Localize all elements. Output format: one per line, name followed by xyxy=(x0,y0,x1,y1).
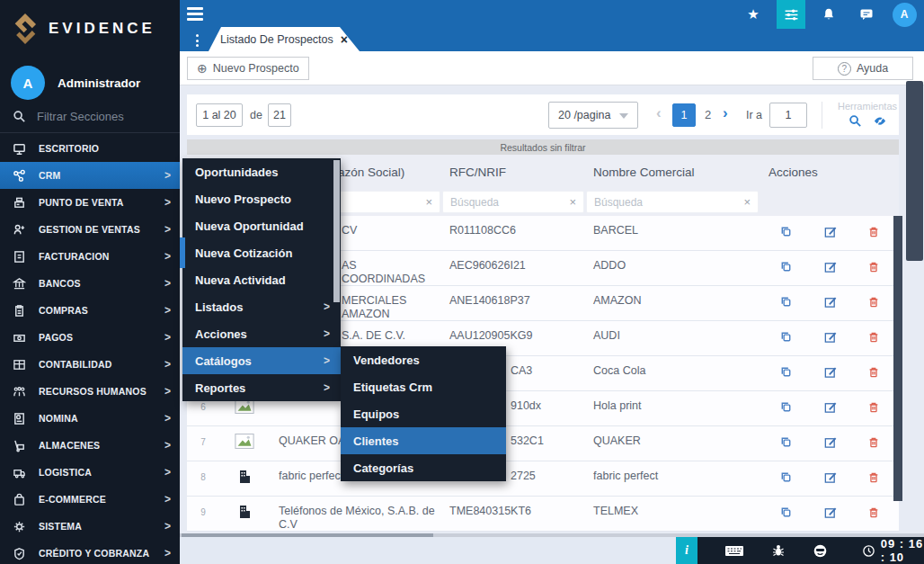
table-scrollbar[interactable] xyxy=(893,216,902,501)
sidebar-scrollbar-thumb[interactable] xyxy=(180,237,185,268)
submenu-item-categorias[interactable]: Categorías xyxy=(341,454,506,481)
filter-rfc-input[interactable] xyxy=(443,196,569,209)
delete-button[interactable] xyxy=(867,435,880,449)
delete-button[interactable] xyxy=(867,470,880,484)
table-row[interactable]: 8fabric perfect s2725fabric perfect xyxy=(187,461,899,497)
copy-button[interactable] xyxy=(779,435,793,449)
delete-button[interactable] xyxy=(867,400,880,414)
avatar: A xyxy=(11,66,45,100)
sidebar-item-recursos-humanos[interactable]: RECURSOS HUMANOS > xyxy=(0,378,180,405)
clear-icon[interactable]: × xyxy=(743,195,758,209)
menu-item-nueva-oportunidad[interactable]: Nueva Oportunidad xyxy=(182,212,341,239)
column-header-rfc[interactable]: RFC/NRIF xyxy=(449,166,506,179)
menu-item-catalogos[interactable]: Catálogos> xyxy=(182,347,341,374)
keyboard-icon[interactable] xyxy=(724,544,744,558)
edit-button[interactable] xyxy=(823,295,837,309)
messages-button[interactable] xyxy=(852,0,881,29)
menu-scrollbar[interactable] xyxy=(333,160,340,302)
menu-item-acciones[interactable]: Acciones> xyxy=(182,320,341,347)
page-button-2[interactable]: 2 xyxy=(705,108,711,121)
user-profile[interactable]: A Administrador xyxy=(11,65,176,101)
tab-options-icon[interactable] xyxy=(192,32,201,49)
edit-button[interactable] xyxy=(823,506,837,519)
sidebar-item-facturacion[interactable]: FACTURACION > xyxy=(0,243,180,270)
copy-button[interactable] xyxy=(779,506,793,519)
sidebar-item-pagos[interactable]: PAGOS > xyxy=(0,324,180,351)
goto-page-input[interactable] xyxy=(769,103,807,128)
menu-item-nueva-cotizacion[interactable]: Nueva Cotización xyxy=(182,239,341,266)
per-page-select[interactable]: 20 /pagina xyxy=(548,102,638,129)
sidebar-item-contabilidad[interactable]: CONTABILIDAD > xyxy=(0,351,180,378)
edit-button[interactable] xyxy=(823,260,837,273)
notifications-button[interactable] xyxy=(814,0,843,29)
sidebar-item-almacenes[interactable]: ALMACENES > xyxy=(0,432,180,459)
filter-comercial-input[interactable] xyxy=(587,196,743,209)
delete-button[interactable] xyxy=(867,506,880,519)
edit-button[interactable] xyxy=(823,470,837,484)
clear-icon[interactable]: × xyxy=(425,195,440,209)
copy-button[interactable] xyxy=(779,260,793,273)
bug-icon[interactable] xyxy=(771,543,786,558)
copy-button[interactable] xyxy=(779,225,793,238)
column-header-nombre-comercial[interactable]: Nombre Comercial xyxy=(593,166,695,179)
prev-page-button[interactable]: ‹ xyxy=(656,104,662,122)
search-icon[interactable] xyxy=(848,114,862,128)
new-prospect-button[interactable]: ⊕ Nuevo Prospecto xyxy=(187,57,309,80)
edit-button[interactable] xyxy=(823,400,837,414)
submenu-item-equipos[interactable]: Equipos xyxy=(341,400,506,427)
hamburger-menu-icon[interactable] xyxy=(187,7,209,25)
delete-button[interactable] xyxy=(867,260,880,273)
copy-button[interactable] xyxy=(779,295,793,309)
clear-icon[interactable]: × xyxy=(569,195,583,209)
sidebar-item-sistema[interactable]: SISTEMA > xyxy=(0,513,180,540)
sidebar-item-crm[interactable]: CRM > xyxy=(0,162,180,189)
menu-item-label: Nueva Oportunidad xyxy=(195,219,304,233)
copy-button[interactable] xyxy=(779,365,793,379)
page-scrollbar-thumb[interactable] xyxy=(906,81,923,261)
delete-button[interactable] xyxy=(867,330,880,344)
sidebar-item-punto-de-venta[interactable]: PUNTO DE VENTA > xyxy=(0,189,180,216)
delete-button[interactable] xyxy=(867,365,880,379)
sidebar-item-credito-y-cobranza[interactable]: CRÉDITO Y COBRANZA > xyxy=(0,540,180,564)
sidebar-item-compras[interactable]: COMPRAS > xyxy=(0,297,180,324)
bot-face-icon[interactable] xyxy=(813,543,828,559)
tab-listado-de-prospectos[interactable]: Listado De Prospectos × xyxy=(209,27,360,51)
delete-button[interactable] xyxy=(867,225,880,238)
sidebar-item-escritorio[interactable]: ESCRITORIO xyxy=(0,135,180,162)
edit-button[interactable] xyxy=(823,365,837,379)
row-number: 9 xyxy=(187,497,219,531)
menu-item-listados[interactable]: Listados> xyxy=(182,293,341,320)
filters-button[interactable] xyxy=(777,0,805,29)
sidebar-item-e-commerce[interactable]: E-COMMERCE > xyxy=(0,486,180,513)
favorites-button[interactable]: ★ xyxy=(739,0,768,29)
page-button-1[interactable]: 1 xyxy=(672,103,696,127)
sidebar-filter-input[interactable] xyxy=(37,110,163,123)
sidebar-item-gestion-de-ventas[interactable]: GESTION DE VENTAS > xyxy=(0,216,180,243)
sidebar-item-nomina[interactable]: NOMINA > xyxy=(0,405,180,432)
menu-item-reportes[interactable]: Reportes> xyxy=(182,374,341,401)
next-page-button[interactable]: › xyxy=(723,104,728,122)
close-icon[interactable]: × xyxy=(341,33,348,46)
menu-item-nuevo-prospecto[interactable]: Nuevo Prospecto xyxy=(182,185,341,212)
eye-slash-icon[interactable] xyxy=(873,114,887,128)
copy-button[interactable] xyxy=(779,470,793,484)
edit-button[interactable] xyxy=(823,330,837,344)
sidebar-item-bancos[interactable]: BANCOS > xyxy=(0,270,180,297)
table-row[interactable]: 9Teléfonos de México, S.A.B. de C.VTME84… xyxy=(187,497,899,532)
delete-button[interactable] xyxy=(867,295,880,309)
account-button[interactable]: A xyxy=(890,0,919,29)
menu-item-nueva-actividad[interactable]: Nueva Actividad xyxy=(182,266,341,293)
submenu-item-vendedores[interactable]: Vendedores xyxy=(341,346,506,373)
copy-button[interactable] xyxy=(779,330,793,344)
submenu-item-clientes[interactable]: Clientes xyxy=(341,427,506,454)
sidebar-item-logistica[interactable]: LOGISTICA > xyxy=(0,459,180,486)
table-row[interactable]: 7QUAKER OAST532C1QUAKER xyxy=(187,426,899,461)
edit-button[interactable] xyxy=(823,435,837,449)
menu-item-oportunidades[interactable]: Oportunidades xyxy=(182,158,341,185)
info-button[interactable]: i xyxy=(676,537,697,564)
submenu-item-etiquetas-crm[interactable]: Etiquetas Crm xyxy=(341,373,506,400)
help-button[interactable]: ? Ayuda xyxy=(813,57,913,80)
brand-logo[interactable]: EVIDENCE xyxy=(9,9,176,49)
edit-button[interactable] xyxy=(823,225,837,238)
copy-button[interactable] xyxy=(779,400,793,414)
